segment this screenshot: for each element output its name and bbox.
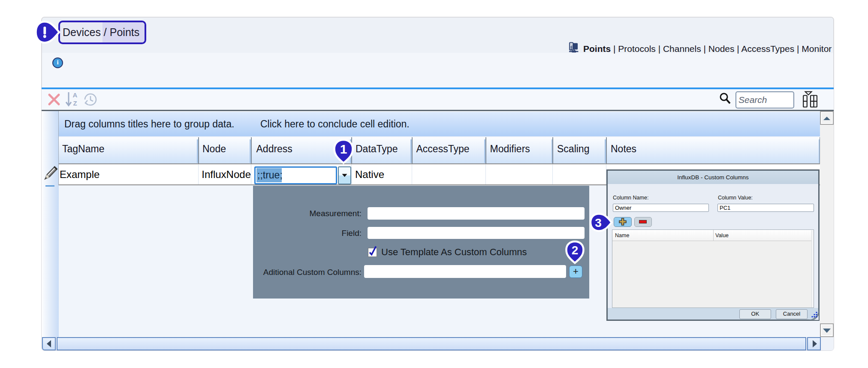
svg-text:A: A bbox=[73, 91, 78, 99]
svg-text:Z: Z bbox=[73, 100, 77, 107]
svg-text:2: 2 bbox=[572, 244, 579, 257]
svg-text:3: 3 bbox=[595, 216, 602, 229]
svg-text:1: 1 bbox=[340, 142, 347, 156]
